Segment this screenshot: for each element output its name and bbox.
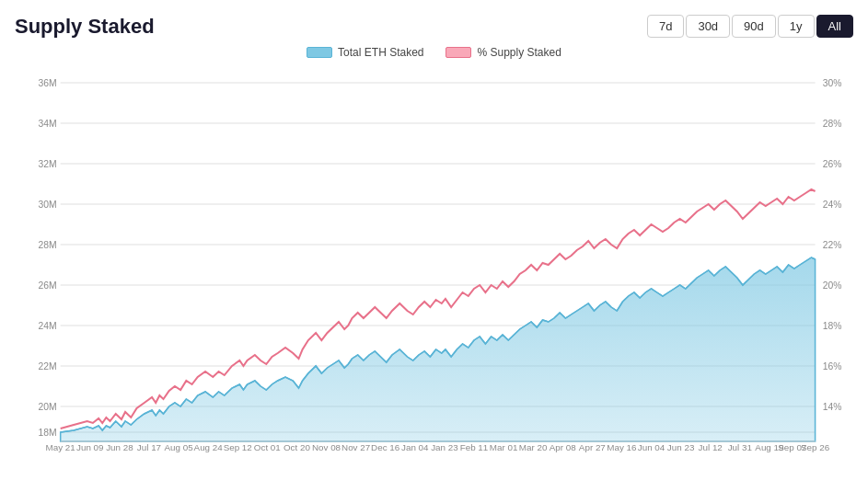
svg-text:Mar 01: Mar 01 (490, 442, 518, 452)
svg-text:30%: 30% (823, 78, 842, 88)
svg-text:32M: 32M (38, 159, 56, 169)
svg-text:Oct 20: Oct 20 (284, 442, 310, 452)
svg-text:18M: 18M (38, 428, 56, 438)
svg-text:Sep 26: Sep 26 (801, 442, 829, 452)
svg-text:Nov 27: Nov 27 (341, 442, 370, 452)
svg-text:Jan 04: Jan 04 (401, 442, 429, 452)
svg-text:Aug 24: Aug 24 (194, 442, 224, 452)
svg-text:Dec 16: Dec 16 (371, 442, 399, 452)
svg-text:36M: 36M (38, 78, 56, 88)
svg-text:30M: 30M (38, 200, 56, 210)
svg-text:18%: 18% (823, 321, 842, 331)
svg-text:May 21: May 21 (46, 442, 75, 452)
legend-swatch-pink (446, 47, 471, 58)
svg-text:Oct 01: Oct 01 (254, 442, 281, 452)
time-btn-1y[interactable]: 1y (778, 15, 815, 38)
legend-item-blue: Total ETH Staked (307, 46, 423, 59)
chart-area: 36M 34M 32M 30M 28M 26M 24M 22M 20M 18M … (15, 64, 853, 469)
svg-text:20%: 20% (823, 280, 842, 291)
header-row: Supply Staked 7d30d90d1yAll (15, 15, 853, 39)
svg-text:26%: 26% (823, 159, 842, 169)
svg-text:20M: 20M (38, 402, 56, 412)
svg-text:Mar 20: Mar 20 (519, 442, 548, 452)
svg-text:24M: 24M (38, 321, 56, 331)
svg-text:28M: 28M (38, 240, 56, 250)
time-btn-all[interactable]: All (816, 15, 853, 38)
chart-title: Supply Staked (15, 15, 155, 39)
svg-text:May 16: May 16 (607, 442, 636, 452)
legend: Total ETH Staked% Supply Staked (15, 46, 853, 59)
svg-text:22%: 22% (823, 240, 842, 250)
svg-text:Jul 31: Jul 31 (728, 442, 752, 452)
svg-text:Jul 12: Jul 12 (699, 442, 723, 452)
legend-label-blue: Total ETH Staked (338, 46, 423, 59)
svg-text:22M: 22M (38, 361, 56, 372)
chart-svg: 36M 34M 32M 30M 28M 26M 24M 22M 20M 18M … (15, 64, 853, 469)
svg-text:34M: 34M (38, 119, 56, 129)
svg-text:Jun 28: Jun 28 (106, 442, 133, 452)
time-btn-30d[interactable]: 30d (686, 15, 730, 38)
svg-text:14%: 14% (823, 402, 842, 412)
svg-text:Jul 17: Jul 17 (137, 442, 161, 452)
svg-text:26M: 26M (38, 280, 56, 291)
svg-text:28%: 28% (823, 119, 842, 129)
svg-text:Jun 09: Jun 09 (76, 442, 103, 452)
time-btn-7d[interactable]: 7d (647, 15, 684, 38)
legend-label-pink: % Supply Staked (477, 46, 561, 59)
time-buttons: 7d30d90d1yAll (647, 15, 853, 38)
svg-text:Sep 12: Sep 12 (224, 442, 252, 452)
svg-text:Jun 04: Jun 04 (638, 442, 665, 452)
svg-text:24%: 24% (823, 200, 842, 210)
svg-text:Feb 11: Feb 11 (460, 442, 489, 452)
svg-text:16%: 16% (823, 361, 842, 372)
time-btn-90d[interactable]: 90d (732, 15, 776, 38)
svg-text:Aug 05: Aug 05 (164, 442, 192, 452)
legend-item-pink: % Supply Staked (446, 46, 561, 59)
svg-text:Nov 08: Nov 08 (312, 442, 341, 452)
main-container: Supply Staked 7d30d90d1yAll Total ETH St… (0, 0, 868, 503)
svg-text:Apr 27: Apr 27 (579, 442, 606, 452)
svg-text:Apr 08: Apr 08 (550, 442, 576, 452)
svg-text:Jun 23: Jun 23 (667, 442, 694, 452)
svg-text:Jan 23: Jan 23 (431, 442, 457, 452)
legend-swatch-blue (307, 47, 332, 58)
